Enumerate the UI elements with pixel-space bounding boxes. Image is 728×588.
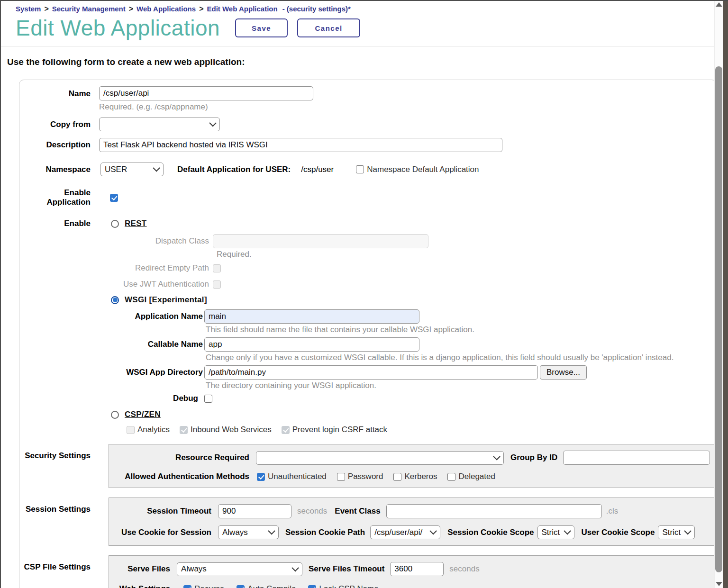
breadcrumb-separator: > <box>199 5 203 13</box>
session-timeout-input[interactable] <box>218 504 291 518</box>
chevron-down-icon <box>564 527 571 535</box>
auto-compile-checkbox[interactable] <box>237 585 245 588</box>
wsgi-app-directory-label: WSGI App Directory <box>19 368 204 377</box>
csp-file-settings-box: Serve Files Always Serve Files Timeout s… <box>109 555 715 588</box>
event-class-label: Event Class <box>335 507 380 516</box>
page-title: Edit Web Application <box>16 15 220 41</box>
page-header: System>Security Management>Web Applicati… <box>1 1 728 41</box>
lock-csp-name-label: Lock CSP Name <box>319 584 378 588</box>
enable-label: Enable <box>19 219 99 228</box>
use-jwt-authentication-label: Use JWT Authentication <box>19 280 213 289</box>
application-name-hint: This field should name the file that con… <box>206 325 716 335</box>
breadcrumb-link-system[interactable]: System <box>16 5 41 13</box>
edit-web-application-page: System>Security Management>Web Applicati… <box>1 1 728 588</box>
cancel-button[interactable]: Cancel <box>297 18 360 37</box>
csp-file-settings-label: CSP File Settings <box>19 555 99 572</box>
session-cookie-scope-select[interactable]: Strict <box>537 525 574 539</box>
auto-compile-label: Auto Compile <box>247 584 296 588</box>
session-settings-label: Session Settings <box>19 498 99 514</box>
window-border-left <box>0 0 1 588</box>
chevron-down-icon <box>684 527 692 535</box>
wsgi-link-label[interactable]: WSGI [Experimental] <box>125 295 207 305</box>
wsgi-app-directory-input[interactable] <box>204 365 538 380</box>
auth-kerberos-checkbox[interactable] <box>393 473 401 481</box>
callable-name-input[interactable] <box>204 337 419 352</box>
dispatch-class-hint: Required. <box>217 250 716 259</box>
prevent-csrf-checkbox <box>282 426 290 434</box>
use-jwt-authentication-checkbox <box>213 280 221 289</box>
cspzen-link-label[interactable]: CSP/ZEN <box>125 410 161 419</box>
description-input[interactable] <box>99 138 502 152</box>
rest-radio[interactable] <box>111 220 119 228</box>
session-settings-box: Session Timeout seconds Event Class .cls… <box>109 498 715 546</box>
desktop-edge-strip <box>723 0 728 588</box>
lock-csp-name-checkbox[interactable] <box>308 585 316 588</box>
copy-from-label: Copy from <box>19 120 99 129</box>
vertical-scrollbar[interactable] <box>714 0 723 588</box>
group-by-id-input[interactable] <box>563 451 710 465</box>
default-application-value: /csp/user <box>301 165 334 174</box>
name-label: Name <box>19 86 99 99</box>
application-name-input[interactable] <box>204 309 419 324</box>
debug-label: Debug <box>19 394 204 403</box>
inbound-web-services-checkbox <box>180 426 188 434</box>
save-button[interactable]: Save <box>235 18 288 37</box>
scroll-down-icon[interactable] <box>716 582 722 586</box>
event-class-input[interactable] <box>386 504 602 518</box>
name-input[interactable] <box>99 86 313 100</box>
enable-application-label: Enable Application <box>19 188 99 207</box>
namespace-default-checkbox-label: Namespace Default Application <box>367 165 479 174</box>
auth-kerberos-label: Kerberos <box>404 472 437 481</box>
description-label: Description <box>19 140 99 150</box>
user-cookie-scope-select[interactable]: Strict <box>658 525 695 539</box>
wsgi-radio[interactable] <box>111 296 119 304</box>
recurse-checkbox[interactable] <box>183 585 191 588</box>
resource-required-label: Resource Required <box>116 453 249 462</box>
namespace-default-checkbox[interactable] <box>356 165 364 173</box>
window-border-top <box>0 0 728 1</box>
session-timeout-label: Session Timeout <box>116 507 211 516</box>
auth-password-label: Password <box>348 472 383 481</box>
scroll-up-icon[interactable] <box>716 2 722 7</box>
chevron-down-icon <box>268 527 275 535</box>
auth-delegated-label: Delegated <box>458 472 495 481</box>
web-application-form: Name Required. (e.g. /csp/appname) Copy … <box>19 80 717 588</box>
breadcrumb-link-web-applications[interactable]: Web Applications <box>136 5 196 13</box>
resource-required-select[interactable] <box>256 451 504 465</box>
use-cookie-for-session-select[interactable]: Always <box>218 525 279 539</box>
session-timeout-unit: seconds <box>297 507 327 516</box>
namespace-select[interactable]: USER <box>100 163 164 176</box>
dispatch-class-label: Dispatch Class <box>19 236 213 246</box>
auth-delegated-checkbox[interactable] <box>447 473 455 481</box>
callable-name-hint: Change only if you have a customized WSG… <box>206 353 716 362</box>
breadcrumb-link-security-management[interactable]: Security Management <box>52 5 126 13</box>
enable-application-checkbox[interactable] <box>110 194 118 202</box>
session-cookie-path-select[interactable]: /csp/user/api/ <box>370 525 440 539</box>
security-settings-label: Security Settings <box>19 444 99 461</box>
breadcrumb: System>Security Management>Web Applicati… <box>16 5 728 13</box>
dispatch-class-input <box>213 234 428 248</box>
serve-files-timeout-label: Serve Files Timeout <box>309 564 384 574</box>
rest-link-label[interactable]: REST <box>125 219 147 228</box>
debug-checkbox[interactable] <box>204 395 212 403</box>
copy-from-select[interactable] <box>99 118 220 131</box>
serve-files-select[interactable]: Always <box>177 562 302 576</box>
prevent-csrf-label: Prevent login CSRF attack <box>292 425 387 434</box>
serve-files-timeout-input[interactable] <box>390 562 444 576</box>
breadcrumb-separator: > <box>44 5 48 13</box>
serve-files-label: Serve Files <box>116 564 170 574</box>
cspzen-radio[interactable] <box>111 411 119 419</box>
use-cookie-for-session-label: Use Cookie for Session <box>116 528 211 537</box>
wsgi-app-directory-hint: The directory containing your WSGI appli… <box>206 381 716 390</box>
auth-password-checkbox[interactable] <box>337 473 345 481</box>
browse-button[interactable]: Browse... <box>540 365 587 380</box>
analytics-label: Analytics <box>137 425 170 434</box>
namespace-label: Namespace <box>19 165 99 174</box>
form-intro-text: Use the following form to create a new w… <box>7 57 728 67</box>
web-settings-label: Web Settings <box>116 584 170 588</box>
scrollbar-thumb[interactable] <box>715 66 722 572</box>
breadcrumb-link-edit-web-application[interactable]: Edit Web Application <box>207 5 277 13</box>
breadcrumb-modified-suffix: - (security settings)* <box>282 5 351 13</box>
auth-unauthenticated-checkbox[interactable] <box>257 473 265 481</box>
group-by-id-label: Group By ID <box>510 453 557 462</box>
